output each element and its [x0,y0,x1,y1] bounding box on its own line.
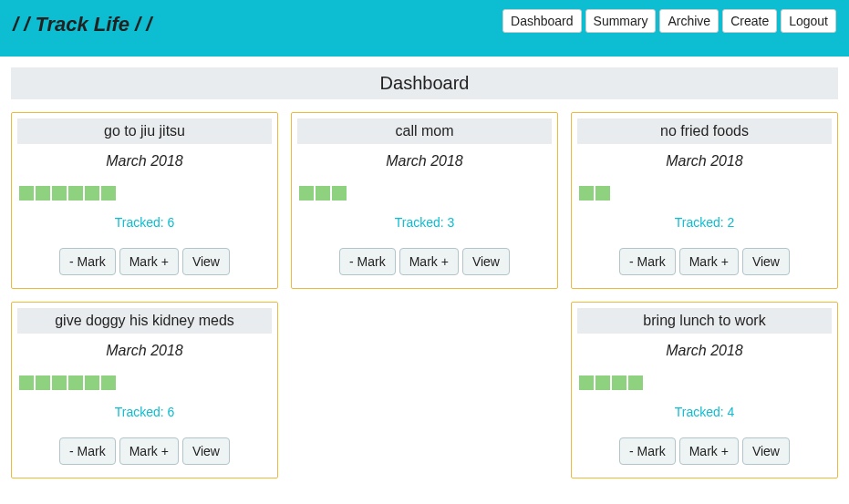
minus-mark-button[interactable]: - Mark [59,248,116,275]
progress-dot [68,375,83,390]
card-actions: - Mark Mark + View [577,437,832,465]
tracked-count: Tracked: 3 [297,215,552,230]
progress-dot [68,186,83,201]
minus-mark-button[interactable]: - Mark [619,248,676,275]
plus-mark-button[interactable]: Mark + [119,248,179,275]
progress-dots [577,186,832,202]
habit-card: give doggy his kidney meds March 2018 Tr… [11,302,278,478]
progress-dot [579,186,594,201]
tracked-count: Tracked: 6 [17,405,272,419]
progress-dot [595,375,610,390]
minus-mark-button[interactable]: - Mark [619,437,676,465]
progress-dot [299,186,314,201]
progress-dot [595,186,610,201]
progress-dot [85,375,99,390]
progress-dot [332,186,347,201]
progress-dot [19,375,34,390]
nav-bar: Dashboard Summary Archive Create Logout [502,9,836,33]
nav-dashboard-button[interactable]: Dashboard [502,9,582,33]
progress-dots [577,375,832,392]
habit-title: go to jiu jitsu [17,118,272,144]
progress-dots [297,186,552,202]
header-bar: / / Track Life / / Dashboard Summary Arc… [0,0,849,57]
progress-dot [101,186,116,201]
habit-title: bring lunch to work [577,308,832,334]
tracked-count: Tracked: 2 [577,215,832,230]
habit-month: March 2018 [17,343,272,359]
habit-month: March 2018 [577,153,832,170]
brand-title: / / Track Life / / [13,9,151,36]
habit-month: March 2018 [17,153,272,170]
page-title: Dashboard [11,67,838,99]
progress-dot [36,186,50,201]
view-button[interactable]: View [182,248,230,275]
page-title-wrap: Dashboard [0,57,849,99]
minus-mark-button[interactable]: - Mark [59,437,116,465]
plus-mark-button[interactable]: Mark + [399,248,459,275]
view-button[interactable]: View [742,437,790,465]
card-grid: go to jiu jitsu March 2018 Tracked: 6 - … [0,99,849,491]
view-button[interactable]: View [182,437,230,465]
habit-title: call mom [297,118,552,144]
card-actions: - Mark Mark + View [17,248,272,275]
nav-archive-button[interactable]: Archive [659,9,719,33]
plus-mark-button[interactable]: Mark + [679,248,739,275]
habit-card: no fried foods March 2018 Tracked: 2 - M… [571,112,838,289]
nav-create-button[interactable]: Create [722,9,777,33]
habit-card: bring lunch to work March 2018 Tracked: … [571,302,838,478]
nav-summary-button[interactable]: Summary [585,9,657,33]
progress-dots [17,186,272,202]
plus-mark-button[interactable]: Mark + [119,437,179,465]
habit-month: March 2018 [577,343,832,359]
habit-card: go to jiu jitsu March 2018 Tracked: 6 - … [11,112,278,289]
tracked-count: Tracked: 4 [577,405,832,419]
view-button[interactable]: View [742,248,790,275]
plus-mark-button[interactable]: Mark + [679,437,739,465]
progress-dot [579,375,594,390]
habit-card: call mom March 2018 Tracked: 3 - Mark Ma… [291,112,558,289]
progress-dots [17,375,272,392]
view-button[interactable]: View [462,248,510,275]
tracked-count: Tracked: 6 [17,215,272,230]
progress-dot [628,375,643,390]
progress-dot [85,186,99,201]
progress-dot [612,375,626,390]
card-actions: - Mark Mark + View [297,248,552,275]
minus-mark-button[interactable]: - Mark [339,248,396,275]
habit-month: March 2018 [297,153,552,170]
progress-dot [36,375,50,390]
card-actions: - Mark Mark + View [17,437,272,465]
progress-dot [101,375,116,390]
progress-dot [19,186,34,201]
nav-logout-button[interactable]: Logout [781,9,836,33]
progress-dot [52,186,67,201]
habit-title: no fried foods [577,118,832,144]
progress-dot [316,186,330,201]
habit-title: give doggy his kidney meds [17,308,272,334]
progress-dot [52,375,67,390]
empty-slot [291,302,558,478]
card-actions: - Mark Mark + View [577,248,832,275]
